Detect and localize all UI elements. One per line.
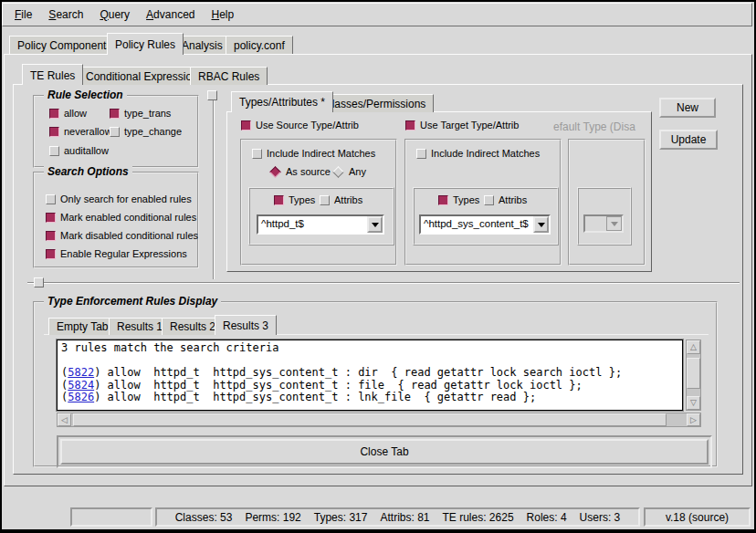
default-type-frame xyxy=(568,139,646,266)
checkbox-source-types[interactable]: Types xyxy=(274,194,315,205)
horizontal-scrollbar[interactable]: ◁ ▷ xyxy=(57,413,701,427)
apol-window: File Search Query Advanced Help Policy C… xyxy=(0,0,756,533)
target-type-combobox: ^httpd_sys_content_t$ xyxy=(419,214,551,235)
checkbox-indicator xyxy=(49,127,59,137)
tab-types-attributes[interactable]: Types/Attributes * xyxy=(231,91,333,112)
close-tab-frame: Close Tab xyxy=(57,435,712,468)
results-text-area[interactable]: 3 rules match the search criteria (5822)… xyxy=(57,340,683,411)
source-type-combo-dropdown-button[interactable] xyxy=(367,216,383,233)
checkbox-source-attribs[interactable]: Attribs xyxy=(320,194,362,205)
tab-policy-conf[interactable]: policy.conf xyxy=(226,36,293,54)
checkbox-target-attribs[interactable]: Attribs xyxy=(484,194,527,205)
close-tab-button[interactable]: Close Tab xyxy=(60,439,709,465)
status-perms: Perms: 192 xyxy=(245,511,300,524)
target-type-combo-dropdown-button[interactable] xyxy=(533,216,549,233)
checkbox-auditallow[interactable]: auditallow xyxy=(49,145,109,156)
menu-bar: File Search Query Advanced Help xyxy=(2,3,752,26)
dropdown-arrow-icon xyxy=(372,223,379,227)
checkbox-indicator xyxy=(46,194,56,204)
checkbox-indicator xyxy=(49,146,59,156)
checkbox-use-source-type[interactable]: Use Source Type/Attrib xyxy=(241,120,359,131)
group-te-rules-display-title: Type Enforcement Rules Display xyxy=(44,295,221,308)
group-search-options: Search Options Only search for enabled r… xyxy=(33,172,199,268)
checkbox-type-change[interactable]: type_change xyxy=(110,126,182,137)
default-type-combo-input xyxy=(585,216,606,231)
tab-te-rules[interactable]: TE Rules xyxy=(22,64,83,85)
results-summary: 3 rules match the search criteria xyxy=(61,342,682,355)
source-type-combobox: ^httpd_t$ xyxy=(257,214,384,235)
status-te-rules: TE rules: 2625 xyxy=(443,511,514,524)
checkbox-only-enabled-rules[interactable]: Only search for enabled rules xyxy=(46,193,192,204)
checkbox-include-indirect-source[interactable]: Include Indirect Matches xyxy=(252,148,375,159)
update-button[interactable]: Update xyxy=(659,130,718,150)
menu-query[interactable]: Query xyxy=(91,5,138,25)
checkbox-indicator xyxy=(110,127,120,137)
checkbox-enable-regex[interactable]: Enable Regular Expressions xyxy=(46,248,187,259)
status-attribs: Attribs: 81 xyxy=(380,511,429,524)
rule-id-link[interactable]: 5824 xyxy=(68,379,94,392)
tab-classes-permissions[interactable]: Classes/Permissions xyxy=(316,94,434,112)
group-rule-selection: Rule Selection allow type_trans neverall… xyxy=(33,95,199,168)
checkbox-use-target-type[interactable]: Use Target Type/Attrib xyxy=(405,120,519,131)
rule-id-link[interactable]: 5822 xyxy=(68,366,94,379)
tab-policy-rules[interactable]: Policy Rules xyxy=(107,33,184,55)
tab-rbac-rules[interactable]: RBAC Rules xyxy=(190,67,268,85)
scroll-left-icon[interactable]: ◁ xyxy=(58,413,71,426)
rule-id-link[interactable]: 5826 xyxy=(68,391,94,403)
blank-line xyxy=(61,355,682,368)
default-type-combobox xyxy=(583,214,624,233)
checkbox-include-indirect-target[interactable]: Include Indirect Matches xyxy=(416,148,540,159)
checkbox-target-types[interactable]: Types xyxy=(438,194,479,205)
checkbox-indicator xyxy=(241,120,251,131)
new-button[interactable]: New xyxy=(659,98,716,118)
target-type-combo-input[interactable]: ^httpd_sys_content_t$ xyxy=(421,216,533,233)
rule-line: (5826) allow httpd_t httpd_sys_content_t… xyxy=(61,392,682,404)
dropdown-arrow-icon xyxy=(611,222,618,226)
vertical-sash-handle[interactable] xyxy=(207,90,217,100)
default-type-label: efault Type (Disa xyxy=(553,120,650,133)
source-frame: Include Indirect Matches As source Any T… xyxy=(240,139,397,266)
checkbox-neverallow[interactable]: neverallow xyxy=(49,126,112,137)
vertical-scrollbar-trough[interactable] xyxy=(687,354,700,396)
group-rule-selection-title: Rule Selection xyxy=(44,89,127,101)
checkbox-allow[interactable]: allow xyxy=(49,108,87,119)
scroll-down-icon[interactable]: ▽ xyxy=(687,396,700,410)
checkbox-indicator xyxy=(416,149,426,159)
checkbox-indicator xyxy=(252,149,262,159)
tab-results-3[interactable]: Results 3 xyxy=(215,315,277,335)
horizontal-scrollbar-thumb[interactable] xyxy=(73,413,667,426)
checkbox-indicator xyxy=(49,109,59,119)
checkbox-indicator xyxy=(46,213,56,223)
checkbox-type-trans[interactable]: type_trans xyxy=(110,108,171,119)
status-roles: Roles: 4 xyxy=(527,511,567,524)
status-stats-segment: Classes: 53 Perms: 192 Types: 317 Attrib… xyxy=(155,507,640,527)
default-type-combo-dropdown-button xyxy=(606,216,622,231)
source-type-combo-input[interactable]: ^httpd_t$ xyxy=(258,216,367,233)
radio-indicator xyxy=(269,166,281,178)
checkbox-indicator xyxy=(110,109,120,119)
checkbox-indicator xyxy=(320,195,330,205)
menu-advanced[interactable]: Advanced xyxy=(138,5,203,25)
checkbox-mark-enabled-conditional[interactable]: Mark enabled conditional rules xyxy=(46,212,196,223)
status-empty-segment xyxy=(70,507,152,527)
vertical-scrollbar-thumb[interactable] xyxy=(687,358,700,389)
status-version: v.18 (source) xyxy=(666,511,729,524)
checkbox-mark-disabled-conditional[interactable]: Mark disabled conditional rules xyxy=(46,230,198,241)
status-classes: Classes: 53 xyxy=(175,511,233,524)
horizontal-scrollbar-trough[interactable] xyxy=(71,413,687,426)
scroll-up-icon[interactable]: △ xyxy=(687,340,700,354)
horizontal-sash-handle[interactable] xyxy=(34,277,44,287)
checkbox-indicator xyxy=(484,195,494,205)
tab-results-empty[interactable]: Empty Tab xyxy=(48,318,116,335)
radio-as-source[interactable]: As source xyxy=(269,166,331,177)
scroll-right-icon[interactable]: ▷ xyxy=(687,413,700,426)
menu-help[interactable]: Help xyxy=(203,5,242,25)
radio-any[interactable]: Any xyxy=(332,166,366,177)
tab-policy-components[interactable]: Policy Components xyxy=(9,36,120,54)
horizontal-sash-line xyxy=(27,282,740,284)
menu-file[interactable]: File xyxy=(6,5,40,25)
menu-search[interactable]: Search xyxy=(40,5,91,25)
source-types-frame: Types Attribs ^httpd_t$ xyxy=(248,187,394,246)
default-types-frame xyxy=(577,187,632,246)
vertical-scrollbar[interactable]: △ ▽ xyxy=(686,340,701,411)
